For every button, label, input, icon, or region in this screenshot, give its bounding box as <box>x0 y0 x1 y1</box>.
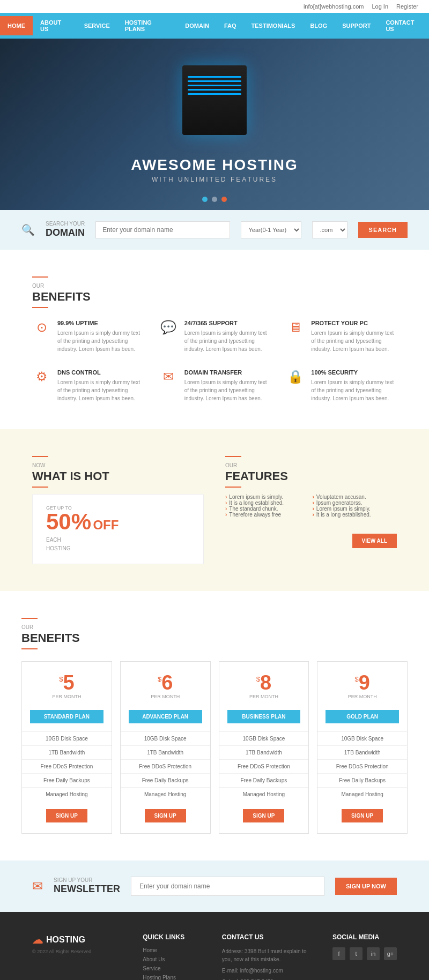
business-signup-button[interactable]: SIGN UP <box>243 809 284 822</box>
domain-label-small: SEARCH YOUR <box>46 221 85 227</box>
pricing-title: BENEFITS <box>21 631 408 645</box>
support-icon: 💬 <box>159 320 178 335</box>
plan-gold: $9 PER MONTH GOLD PLAN 10GB Disk Space 1… <box>317 661 408 834</box>
benefit-uptime-title: 99.9% UPTIME <box>57 320 143 326</box>
footer-link-hosting[interactable]: Hosting Plans <box>143 975 206 980</box>
plan-advanced-header: $6 PER MONTH <box>121 662 210 710</box>
newsletter-label-small: SIGN UP YOUR <box>54 877 120 884</box>
domain-label: SEARCH YOUR DOMAIN <box>46 221 85 239</box>
nav-domain[interactable]: DOMAIN <box>177 16 217 35</box>
plan-business-period: PER MONTH <box>230 694 298 699</box>
year-select[interactable]: Year(0-1 Year) <box>241 221 301 238</box>
footer-link-about[interactable]: About Us <box>143 956 206 962</box>
hero-dots <box>202 197 227 202</box>
footer-grid: ☁ HOSTING © 2022 All Rights Reserved QUI… <box>32 933 397 980</box>
footer-logo-text: HOSTING <box>46 935 85 945</box>
feature-8: It is a long established. <box>313 512 397 518</box>
feature-1: Lorem ipsum is simply. <box>225 494 310 500</box>
discount-percent: 50% <box>46 509 91 534</box>
view-all-button[interactable]: VIEW ALL <box>352 534 397 548</box>
benefit-uptime: ⊙ 99.9% UPTIME Lorem Ipsum is simply dum… <box>32 320 143 353</box>
domain-input[interactable] <box>95 221 230 238</box>
footer-brand: ☁ HOSTING © 2022 All Rights Reserved <box>32 933 127 980</box>
nav-support[interactable]: SUPPORT <box>335 16 378 35</box>
hot-box: GET UP TO 50% OFF EACHHOSTING <box>32 494 204 564</box>
ext-select[interactable]: .com <box>312 221 347 238</box>
standard-plan-button[interactable]: STANDARD PLAN <box>30 710 103 723</box>
nav-contact[interactable]: CONTACT US <box>378 13 429 39</box>
hero-title: AWESOME HOSTING <box>131 156 298 174</box>
nav-faq[interactable]: FAQ <box>217 16 244 35</box>
benefit-protect-title: PROTECT YOUR PC <box>311 320 397 326</box>
plan-standard-period: PER MONTH <box>33 694 101 699</box>
uptime-icon: ⊙ <box>32 320 51 335</box>
footer-logo: ☁ HOSTING <box>32 933 127 946</box>
newsletter-label-big: NEWSLETTER <box>54 884 120 895</box>
footer-links-title: QUICK LINKS <box>143 933 206 941</box>
googleplus-icon[interactable]: g+ <box>384 947 397 960</box>
discount-off: OFF <box>93 518 119 532</box>
hero-dot-1[interactable] <box>202 197 208 202</box>
plan-business-header: $8 PER MONTH <box>219 662 309 710</box>
benefit-security-title: 100% SECURITY <box>311 369 397 376</box>
footer-link-service[interactable]: Service <box>143 966 206 971</box>
register-link[interactable]: Register <box>396 3 418 10</box>
footer-address: Address: 3398 But I must explain to you,… <box>222 947 316 963</box>
each-hosting-text: EACHHOSTING <box>46 536 190 553</box>
footer-social: SOCIAL MEDIA f t in g+ <box>332 933 397 980</box>
nav-service[interactable]: SERVICE <box>77 16 117 35</box>
business-plan-button[interactable]: BUSINESS PLAN <box>227 710 301 723</box>
footer-link-home[interactable]: Home <box>143 947 206 953</box>
hero-server-image <box>172 65 257 151</box>
standard-features: 10GB Disk Space 1TB Bandwidth Free DDoS … <box>22 731 112 801</box>
hero-section: AWESOME HOSTING WITH UNLIMITED FEATURES <box>0 39 429 210</box>
nav-testimonials[interactable]: TESTIMONIALS <box>244 16 303 35</box>
linkedin-icon[interactable]: in <box>367 947 380 960</box>
nav-blog[interactable]: BLOG <box>302 16 335 35</box>
benefit-support: 💬 24/7/365 SUPPORT Lorem Ipsum is simply… <box>159 320 270 353</box>
benefit-protect: 🖥 PROTECT YOUR PC Lorem Ipsum is simply … <box>286 320 397 353</box>
hot-title: WHAT IS HOT <box>32 469 204 483</box>
benefit-dns-text: Lorem Ipsum is simply dummy text of the … <box>57 378 143 402</box>
feature-4: Therefore always free <box>225 512 310 518</box>
plan-gold-header: $9 PER MONTH <box>317 662 407 710</box>
nav-hosting-plans[interactable]: HOSTING PLANS <box>117 13 178 39</box>
footer-links: QUICK LINKS Home About Us Service Hostin… <box>143 933 206 980</box>
facebook-icon[interactable]: f <box>332 947 345 960</box>
gold-plan-button[interactable]: GOLD PLAN <box>326 710 399 723</box>
footer-contact: CONTACT US Address: 3398 But I must expl… <box>222 933 316 980</box>
newsletter-label: SIGN UP YOUR NEWSLETTER <box>54 877 120 895</box>
protect-icon: 🖥 <box>286 320 305 335</box>
newsletter-signup-button[interactable]: SIGN UP NOW <box>335 878 397 895</box>
footer-email: E-mail: info@hosting.com <box>222 967 316 975</box>
domain-label-big: DOMAIN <box>46 227 85 239</box>
hero-dot-3[interactable] <box>221 197 227 202</box>
pricing-label: OUR <box>21 624 408 630</box>
advanced-signup-button[interactable]: SIGN UP <box>145 809 186 822</box>
feature-2: It is a long established. <box>225 500 310 506</box>
plan-advanced-period: PER MONTH <box>131 694 199 699</box>
plan-standard-header: $5 PER MONTH <box>22 662 112 710</box>
nav-home[interactable]: HOME <box>0 16 33 35</box>
hero-dot-2[interactable] <box>212 197 217 202</box>
standard-signup-button[interactable]: SIGN UP <box>46 809 87 822</box>
advanced-plan-button[interactable]: ADVANCED PLAN <box>129 710 202 723</box>
domain-search-button[interactable]: SEARCH <box>358 222 408 238</box>
gold-signup-button[interactable]: SIGN UP <box>342 809 383 822</box>
footer-social-title: SOCIAL MEDIA <box>332 933 397 941</box>
footer-contact-title: CONTACT US <box>222 933 316 941</box>
footer-phone: Cal: +1 800 547 5478 <box>222 978 316 980</box>
benefits-grid: ⊙ 99.9% UPTIME Lorem Ipsum is simply dum… <box>32 320 397 402</box>
login-link[interactable]: Log In <box>372 3 388 10</box>
business-features: 10GB Disk Space 1TB Bandwidth Free DDoS … <box>219 731 309 801</box>
footer-copyright: © 2022 All Rights Reserved <box>32 949 127 954</box>
hot-label: NOW <box>32 462 204 468</box>
top-email: info[at]webhosting.com <box>304 3 364 10</box>
features-title: FEATURES <box>225 469 397 483</box>
benefits-section: OUR BENEFITS ⊙ 99.9% UPTIME Lorem Ipsum … <box>0 250 429 429</box>
advanced-features: 10GB Disk Space 1TB Bandwidth Free DDoS … <box>121 731 210 801</box>
newsletter-input[interactable] <box>131 877 324 896</box>
twitter-icon[interactable]: t <box>350 947 363 960</box>
gold-features: 10GB Disk Space 1TB Bandwidth Free DDoS … <box>317 731 407 801</box>
nav-about[interactable]: ABOUT US <box>33 13 77 39</box>
